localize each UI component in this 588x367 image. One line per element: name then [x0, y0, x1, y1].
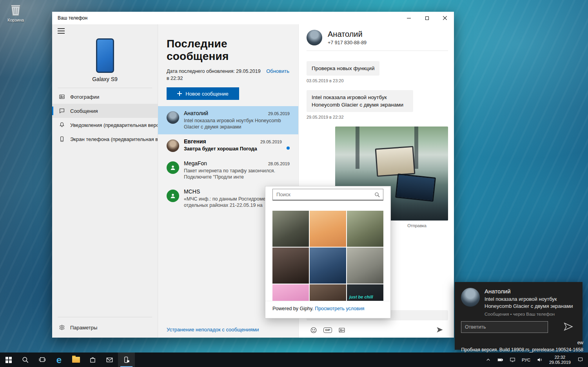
search-icon	[22, 356, 29, 363]
file-explorer-icon[interactable]	[67, 353, 84, 367]
minimize-button[interactable]	[400, 12, 418, 24]
giphy-terms-link[interactable]: Просмотреть условия	[315, 306, 364, 311]
network-icon[interactable]	[507, 353, 518, 367]
message-timestamp: 03.05.2019 в 23:20	[307, 78, 448, 83]
gif-thumbnail[interactable]: just be chill	[347, 284, 383, 301]
bell-icon	[59, 122, 65, 128]
messages-icon	[59, 108, 65, 114]
toast-avatar	[461, 288, 480, 307]
start-button[interactable]	[0, 353, 17, 367]
gif-search-input[interactable]	[272, 189, 383, 201]
window-title: Ваш телефон	[52, 15, 400, 21]
your-phone-window: Ваш телефон Galaxy S9 Фо	[52, 12, 454, 338]
photos-icon	[59, 94, 65, 100]
divider	[58, 317, 152, 317]
attach-image-icon[interactable]	[338, 326, 346, 334]
contact-name: Анатолий	[328, 30, 367, 39]
giphy-attribution: Powered by Giphy.	[272, 306, 314, 311]
action-center-icon[interactable]	[575, 353, 586, 367]
gif-thumbnail[interactable]	[310, 284, 346, 301]
edge-icon: e	[56, 355, 62, 365]
gif-thumbnail[interactable]	[272, 211, 309, 247]
photo-detail	[395, 174, 436, 202]
gear-icon	[59, 324, 65, 331]
taskbar-clock[interactable]: 22:32 29.05.2019	[546, 355, 573, 365]
your-phone-taskbar-icon[interactable]	[118, 353, 135, 367]
hamburger-menu-icon[interactable]	[58, 28, 65, 34]
sidebar: Galaxy S9 Фотографии Сообщения	[52, 24, 158, 338]
send-icon[interactable]	[436, 326, 444, 334]
new-message-button[interactable]: Новое сообщение	[167, 87, 239, 100]
gif-icon[interactable]: GIF	[324, 326, 332, 334]
sidebar-item-messages[interactable]: Сообщения	[52, 104, 158, 118]
folder-icon	[72, 357, 80, 363]
minimize-icon	[407, 18, 411, 18]
recycle-bin[interactable]: Корзина	[3, 3, 28, 22]
last-update-text: Дата последнего обновления: 29.05.2019 в…	[167, 68, 261, 82]
notification-toast[interactable]: Анатолий Intel показала игровой ноутбук …	[455, 282, 583, 350]
sidebar-item-notifications[interactable]: Уведомления (предварительная версия)	[52, 118, 158, 132]
unread-dot	[287, 146, 290, 150]
desktop: Корзина ew Пробная версия. Build 18908.r…	[0, 0, 588, 367]
taskbar: e РУС	[0, 353, 588, 367]
mail-icon[interactable]	[101, 353, 118, 367]
troubleshoot-link[interactable]: Устранение неполадок с сообщениями	[167, 327, 259, 333]
contact-phone: +7 917 830-88-89	[328, 40, 367, 45]
battery-icon[interactable]	[495, 353, 506, 367]
gif-thumbnail[interactable]	[347, 211, 383, 247]
maximize-button[interactable]	[418, 12, 436, 24]
conversation-preview: Intel показала игровой ноутбук Honeycomb…	[184, 118, 290, 130]
sidebar-item-label: Фотографии	[70, 94, 99, 100]
refresh-link[interactable]: Обновить	[266, 68, 289, 82]
gif-thumbnail[interactable]	[347, 248, 383, 284]
sidebar-item-label: Сообщения	[70, 108, 98, 114]
edge-browser-icon[interactable]: e	[51, 353, 67, 367]
photo-detail	[414, 127, 418, 169]
conversation-item-megafon[interactable]: MegaFon 28.05.2019 Пакет интернета по та…	[158, 156, 298, 184]
recycle-bin-label: Корзина	[3, 18, 28, 22]
taskbar-search-button[interactable]	[17, 353, 34, 367]
sidebar-item-photos[interactable]: Фотографии	[52, 90, 158, 104]
gif-thumbnail[interactable]	[272, 284, 309, 301]
gif-thumbnail[interactable]	[310, 211, 346, 247]
toast-source: Сообщения • через Ваш телефон	[485, 312, 576, 316]
tray-chevron-icon[interactable]	[483, 353, 494, 367]
clock-time: 22:32	[549, 355, 571, 360]
sidebar-item-settings[interactable]: Параметры	[52, 320, 158, 334]
gif-picker-popup: just be chill Powered by Giphy. Просмотр…	[265, 186, 391, 318]
message-timestamp: 29.05.2019 в 22:32	[307, 115, 448, 119]
store-icon[interactable]	[84, 353, 101, 367]
gif-thumbnail[interactable]	[310, 248, 346, 284]
device-name: Galaxy S9	[52, 76, 158, 82]
toast-send-icon[interactable]	[564, 322, 574, 332]
conversation-item-anatoly[interactable]: Анатолий 29.05.2019 Intel показала игров…	[158, 106, 298, 134]
conversation-item-evgenia[interactable]: Евгения 29.05.2019 Завтра будет хорошая …	[158, 134, 298, 156]
close-icon	[443, 16, 447, 20]
sidebar-item-label: Экран телефона (предварительная верси	[70, 136, 158, 142]
close-button[interactable]	[436, 12, 454, 24]
incoming-message: Intel показала игровой ноутбук Honeycomb…	[307, 90, 413, 112]
maximize-icon	[425, 16, 429, 20]
search-icon[interactable]	[374, 192, 380, 198]
conversation-date: 28.05.2019	[268, 161, 290, 166]
emoji-icon[interactable]	[310, 326, 318, 334]
gif-thumbnail[interactable]	[272, 248, 309, 284]
recycle-bin-icon	[10, 3, 22, 16]
task-view-icon	[38, 356, 46, 363]
photo-detail	[375, 146, 415, 177]
sidebar-item-label: Уведомления (предварительная версия)	[70, 122, 158, 128]
volume-icon[interactable]	[534, 353, 545, 367]
photo-detail	[356, 127, 359, 169]
incoming-message: Проверка новых функций	[307, 61, 379, 76]
avatar	[167, 139, 179, 152]
task-view-button[interactable]	[34, 353, 51, 367]
language-indicator[interactable]: РУС	[519, 353, 533, 367]
person-icon	[169, 192, 176, 199]
sidebar-item-phone-screen[interactable]: Экран телефона (предварительная верси	[52, 132, 158, 146]
settings-label: Параметры	[70, 325, 97, 331]
toast-reply-input[interactable]	[461, 321, 548, 333]
clock-date: 29.05.2019	[549, 360, 571, 365]
conversation-date: 29.05.2019	[268, 111, 290, 116]
conversation-name: MCHS	[184, 188, 200, 195]
shopping-bag-icon	[89, 356, 96, 363]
